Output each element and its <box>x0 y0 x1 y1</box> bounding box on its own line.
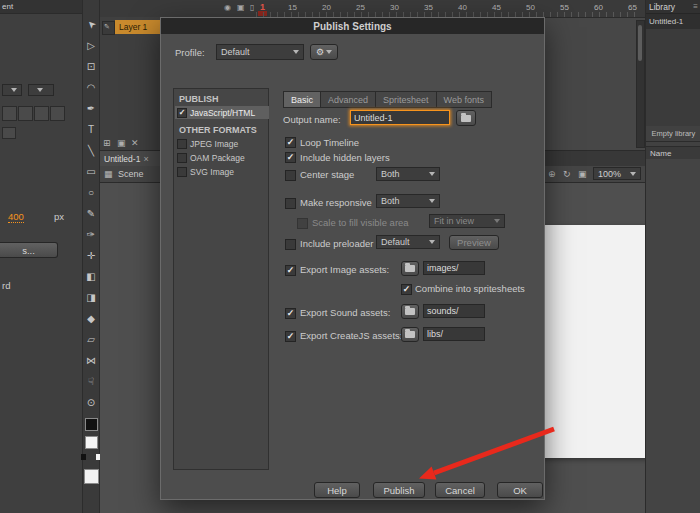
make-responsive-dropdown[interactable]: Both <box>376 194 440 208</box>
brush-tool-icon[interactable]: ✑ <box>82 224 100 245</box>
tab-basic[interactable]: Basic <box>283 91 321 108</box>
format-item-jpeg[interactable]: JPEG Image <box>175 139 238 149</box>
property-dropdown[interactable] <box>2 84 22 96</box>
stage-width-value[interactable]: 400 <box>8 211 24 223</box>
include-preloader-dropdown[interactable]: Default <box>376 235 440 249</box>
pencil-tool-icon[interactable]: ✎ <box>82 203 100 224</box>
scene-label[interactable]: Scene <box>118 169 144 179</box>
profile-options-button[interactable]: ⚙ <box>310 44 338 60</box>
include-hidden-layers-checkbox[interactable]: ✓ <box>285 152 296 163</box>
dropdown-arrow-icon <box>37 88 43 92</box>
library-document-name: Untitled-1 <box>646 17 683 26</box>
options-swatch[interactable] <box>84 469 99 484</box>
format-checkbox-checked[interactable]: ✓ <box>177 108 187 118</box>
cancel-button[interactable]: Cancel <box>435 482 485 498</box>
default-colors-icon[interactable] <box>81 454 101 460</box>
loop-timeline-checkbox[interactable]: ✓ <box>285 137 296 148</box>
bone-tool-icon[interactable]: ✛ <box>82 245 100 266</box>
scrollbar-thumb[interactable] <box>638 25 642 61</box>
library-title-bar[interactable]: Library ≡ <box>646 0 700 14</box>
ok-button[interactable]: OK <box>497 482 543 498</box>
loop-timeline-label: Loop Timeline <box>300 137 359 148</box>
tab-web-fonts[interactable]: Web fonts <box>437 91 492 108</box>
timeline-ruler[interactable]: ◉ ▣ ▯ 1 15 20 25 30 35 40 45 50 55 60 65 <box>100 0 700 18</box>
export-createjs-input[interactable] <box>423 327 485 341</box>
export-sound-input[interactable] <box>423 304 485 318</box>
eye-icon[interactable]: ◉ <box>224 3 231 12</box>
export-image-folder-button[interactable] <box>401 261 419 276</box>
output-folder-button[interactable] <box>456 110 476 126</box>
lasso-tool-icon[interactable]: ◠ <box>82 77 100 98</box>
preview-button[interactable]: Preview <box>449 235 499 250</box>
outline-icon[interactable]: ▯ <box>250 3 254 12</box>
ink-bottle-tool-icon[interactable]: ◨ <box>82 287 100 308</box>
pen-tool-icon[interactable]: ✒ <box>82 98 100 119</box>
new-layer-icon[interactable]: ⊞ <box>103 138 111 148</box>
ruler-number: 60 <box>594 3 603 12</box>
paint-bucket-tool-icon[interactable]: ◧ <box>82 266 100 287</box>
hand-tool-icon[interactable]: ☟ <box>82 371 100 392</box>
rotate-view-icon[interactable]: ↻ <box>563 169 571 179</box>
layer-row[interactable]: Layer 1 <box>115 20 160 34</box>
selection-tool-icon[interactable]: ➤ <box>82 14 100 35</box>
stroke-color-swatch[interactable] <box>85 418 98 431</box>
export-createjs-folder-button[interactable] <box>401 327 419 342</box>
timeline-scrollbar[interactable] <box>636 20 645 148</box>
lock-icon[interactable]: ▣ <box>237 3 245 12</box>
new-folder-icon[interactable]: ▣ <box>117 138 126 148</box>
library-item-list[interactable] <box>646 159 700 513</box>
tab-spritesheet[interactable]: Spritesheet <box>376 91 437 108</box>
format-item-svg[interactable]: SVG Image <box>175 167 234 177</box>
free-transform-tool-icon[interactable]: ⊡ <box>82 56 100 77</box>
format-checkbox[interactable] <box>177 153 187 163</box>
delete-layer-icon[interactable]: ✕ <box>131 138 139 148</box>
oval-tool-icon[interactable]: ○ <box>82 182 100 203</box>
output-name-input[interactable] <box>350 110 450 125</box>
document-tab[interactable]: Untitled-1 × <box>100 151 163 166</box>
format-checkbox[interactable] <box>177 139 187 149</box>
dialog-title-bar[interactable]: Publish Settings <box>161 18 544 34</box>
layer-icon-box[interactable]: ✎ <box>102 21 115 35</box>
make-responsive-checkbox[interactable] <box>285 198 296 209</box>
clip-bounds-icon[interactable]: ▣ <box>578 169 587 179</box>
library-document-selector[interactable]: Untitled-1 <box>646 14 700 30</box>
profile-dropdown[interactable]: Default <box>216 44 304 60</box>
close-icon[interactable]: × <box>143 154 148 164</box>
tab-advanced[interactable]: Advanced <box>321 91 376 108</box>
center-stage-icon[interactable]: ⊕ <box>548 169 556 179</box>
help-button[interactable]: Help <box>314 482 360 498</box>
subselection-tool-icon[interactable]: ▷ <box>82 35 100 56</box>
property-control[interactable] <box>34 106 49 121</box>
center-stage-dropdown[interactable]: Both <box>376 167 440 181</box>
export-image-input[interactable] <box>423 261 485 275</box>
property-control[interactable] <box>2 106 17 121</box>
combine-spritesheets-checkbox[interactable]: ✓ <box>401 284 412 295</box>
property-control[interactable] <box>50 106 65 121</box>
export-createjs-checkbox[interactable]: ✓ <box>285 331 296 342</box>
scale-fill-dropdown[interactable]: Fit in view <box>429 214 505 228</box>
export-image-checkbox[interactable]: ✓ <box>285 265 296 276</box>
publish-button[interactable]: Publish <box>373 482 425 498</box>
width-tool-icon[interactable]: ⋈ <box>82 350 100 371</box>
export-sound-checkbox[interactable]: ✓ <box>285 308 296 319</box>
fill-color-swatch[interactable] <box>85 436 98 449</box>
format-item-javascript-html[interactable]: ✓ JavaScript/HTML <box>175 106 269 119</box>
scale-fill-checkbox[interactable] <box>297 218 308 229</box>
eyedropper-tool-icon[interactable]: ◆ <box>82 308 100 329</box>
center-stage-checkbox[interactable] <box>285 170 296 181</box>
property-control[interactable] <box>2 127 16 139</box>
rectangle-tool-icon[interactable]: ▭ <box>82 161 100 182</box>
property-dropdown[interactable] <box>28 84 54 96</box>
zoom-level-dropdown[interactable]: 100% <box>593 167 641 180</box>
property-control[interactable] <box>18 106 33 121</box>
format-checkbox[interactable] <box>177 167 187 177</box>
include-preloader-checkbox[interactable] <box>285 239 296 250</box>
line-tool-icon[interactable]: ╲ <box>82 140 100 161</box>
format-item-oam[interactable]: OAM Package <box>175 153 245 163</box>
zoom-tool-icon[interactable]: ⊙ <box>82 392 100 413</box>
settings-button-fragment[interactable]: s... <box>0 242 58 258</box>
export-sound-folder-button[interactable] <box>401 304 419 319</box>
panel-menu-icon[interactable]: ≡ <box>693 2 698 11</box>
eraser-tool-icon[interactable]: ▱ <box>82 329 100 350</box>
text-tool-icon[interactable]: T <box>82 119 100 140</box>
